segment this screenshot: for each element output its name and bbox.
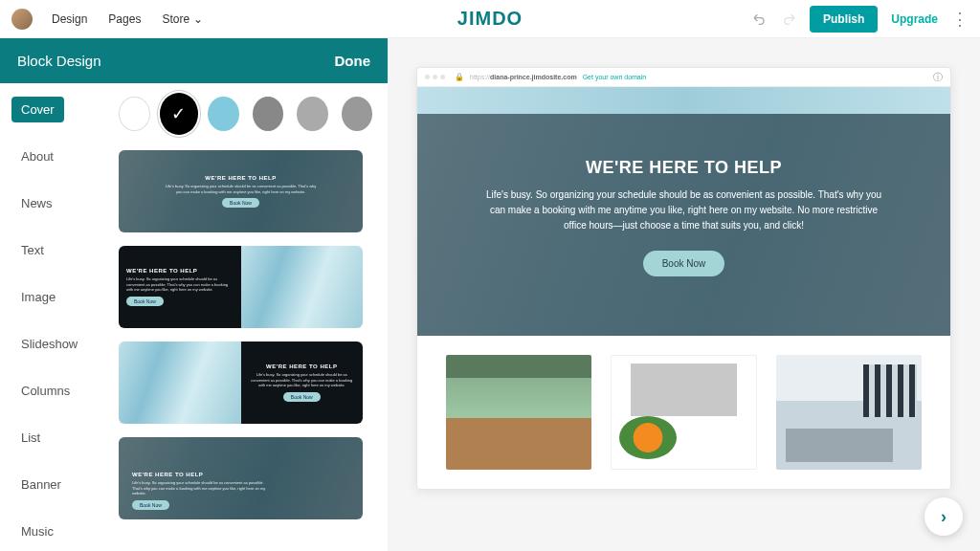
tab-banner[interactable]: Banner: [11, 472, 103, 497]
tab-columns[interactable]: Columns: [11, 378, 103, 404]
panel-title: Block Design: [17, 53, 101, 69]
tab-about[interactable]: About: [11, 143, 103, 169]
get-domain-link[interactable]: Get your own domain: [583, 74, 647, 80]
tab-cover[interactable]: Cover: [11, 97, 64, 122]
color-midgray[interactable]: [342, 97, 373, 131]
color-lightgray[interactable]: [297, 97, 328, 131]
nav-pages[interactable]: Pages: [108, 12, 141, 26]
hero-title: WE'RE HERE TO HELP: [586, 158, 782, 178]
gallery-image-2[interactable]: [611, 355, 758, 470]
more-icon[interactable]: ⋮: [951, 9, 969, 30]
color-black-selected[interactable]: ✓: [164, 97, 195, 131]
preview-pane: 🔒 https://diana-prince.jimdosite.com Get…: [388, 38, 980, 551]
chevron-right-icon: ›: [941, 507, 947, 527]
undo-icon[interactable]: [752, 11, 768, 27]
done-button[interactable]: Done: [335, 53, 371, 69]
color-blue[interactable]: [208, 97, 239, 131]
logo: JIMDO: [457, 8, 523, 30]
hero-block[interactable]: WE'RE HERE TO HELP Life's busy. So organ…: [417, 87, 950, 336]
tab-image[interactable]: Image: [11, 284, 103, 310]
next-fab[interactable]: ›: [924, 497, 963, 536]
info-icon[interactable]: ⓘ: [933, 71, 943, 84]
lock-icon: 🔒: [455, 73, 464, 81]
layout-full-center[interactable]: WE'RE HERE TO HELP Life's busy. So organ…: [119, 150, 363, 232]
tab-news[interactable]: News: [11, 190, 103, 216]
nav-design[interactable]: Design: [52, 12, 87, 26]
color-palette: ✓: [119, 97, 372, 131]
color-white[interactable]: [119, 97, 150, 131]
color-darkgray[interactable]: [253, 97, 284, 131]
gallery-row: [417, 336, 950, 489]
user-avatar[interactable]: [11, 9, 33, 30]
nav-store[interactable]: Store ⌄: [162, 12, 203, 26]
tab-music[interactable]: Music: [11, 518, 103, 544]
tab-list[interactable]: List: [11, 425, 103, 451]
browser-frame: 🔒 https://diana-prince.jimdosite.com Get…: [416, 67, 951, 490]
chevron-down-icon: ⌄: [193, 12, 203, 26]
block-tabs: Cover About News Text Image Slideshow Co…: [0, 83, 103, 551]
gallery-image-1[interactable]: [446, 355, 591, 470]
redo-icon[interactable]: [781, 11, 796, 27]
layout-bottom-left[interactable]: WE'RE HERE TO HELP Life's busy. So organ…: [119, 437, 363, 519]
gallery-image-3[interactable]: [776, 355, 922, 470]
book-now-button[interactable]: Book Now: [643, 251, 725, 276]
tab-slideshow[interactable]: Slideshow: [11, 331, 103, 357]
upgrade-link[interactable]: Upgrade: [891, 12, 938, 26]
block-design-sidebar: Block Design Done Cover About News Text …: [0, 38, 388, 551]
publish-button[interactable]: Publish: [810, 6, 878, 33]
layout-left-text[interactable]: WE'RE HERE TO HELP Life's busy. So organ…: [119, 246, 363, 328]
layout-right-text[interactable]: WE'RE HERE TO HELP Life's busy. So organ…: [119, 342, 363, 424]
tab-text[interactable]: Text: [11, 237, 103, 263]
browser-dots: [425, 75, 445, 79]
check-icon: ✓: [171, 103, 186, 124]
hero-text: Life's busy. So organizing your schedule…: [483, 187, 885, 233]
